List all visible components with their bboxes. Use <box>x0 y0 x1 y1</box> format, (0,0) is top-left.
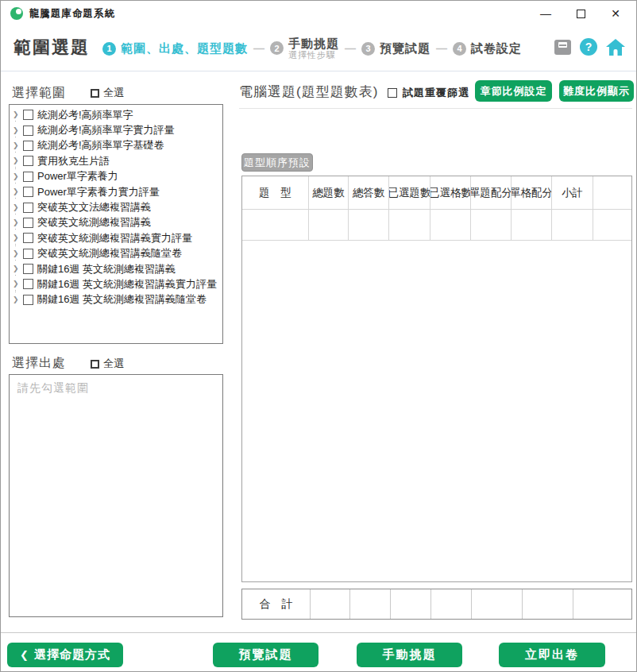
item-checkbox[interactable] <box>23 233 33 243</box>
chevron-right-icon[interactable]: ❯ <box>13 296 23 303</box>
home-icon[interactable] <box>606 39 625 56</box>
tree-item-label: 關鍵16週 英文統測總複習講義隨堂卷 <box>37 292 207 307</box>
chevron-right-icon[interactable]: ❯ <box>13 111 23 118</box>
maximize-button[interactable] <box>563 1 598 26</box>
type-order-tag[interactable]: 題型順序預設 <box>241 153 313 172</box>
tree-item-label: 突破英文統測總複習講義實力評量 <box>37 231 192 245</box>
tree-item[interactable]: ❯突破英文統測總複習講義隨堂卷 <box>10 246 222 261</box>
step-2-number-icon: 2 <box>270 41 284 55</box>
tree-item[interactable]: ❯統測必考!高頻率單字 <box>10 107 222 122</box>
bottom-bar: ❮ 選擇命題方式 預覽試題 手動挑題 立即出卷 <box>1 632 636 671</box>
step-1-label: 範圍、出處、題型題數 <box>121 41 248 55</box>
tree-item-label: 突破英文統測總複習講義隨堂卷 <box>37 246 182 261</box>
tree-item-label: Power單字素養力實力評量 <box>37 185 160 199</box>
tree-item-label: 統測必考!高頻率單字基礎卷 <box>37 138 164 153</box>
chevron-right-icon[interactable]: ❯ <box>13 204 23 211</box>
tree-item-label: 關鍵16週 英文統測總複習講義實力評量 <box>37 277 217 292</box>
step-2-sublabel: 選擇性步驟 <box>288 50 339 60</box>
title-bar: 龍騰題庫命題系統 — ✕ <box>1 1 636 26</box>
step-1-range[interactable]: 1 範圍、出處、題型題數 <box>102 41 248 55</box>
chevron-right-icon[interactable]: ❯ <box>13 173 23 180</box>
maximize-icon <box>577 10 585 18</box>
tree-item[interactable]: ❯關鍵16週 英文統測總複習講義實力評量 <box>10 276 222 292</box>
tree-item-label: 關鍵16週 英文統測總複習講義 <box>37 262 176 276</box>
total-cell <box>391 589 431 619</box>
header-cell: 已選格數 <box>430 176 471 210</box>
chevron-right-icon[interactable]: ❯ <box>13 234 23 241</box>
chevron-right-icon[interactable]: ❯ <box>13 188 23 195</box>
item-checkbox[interactable] <box>23 249 33 259</box>
chevron-right-icon[interactable]: ❯ <box>13 157 23 164</box>
step-2-manual-pick[interactable]: 2 手動挑題 選擇性步驟 <box>270 37 339 60</box>
generate-paper-button[interactable]: 立即出卷 <box>499 643 605 667</box>
source-placeholder: 請先勾選範圍 <box>10 375 222 396</box>
preview-questions-button[interactable]: 預覽試題 <box>213 643 318 667</box>
tree-item[interactable]: ❯統測必考!高頻率單字基礎卷 <box>10 138 222 153</box>
chevron-right-icon[interactable]: ❯ <box>13 265 23 272</box>
close-button[interactable]: ✕ <box>598 1 633 26</box>
item-checkbox[interactable] <box>23 126 33 136</box>
window-controls: — ✕ <box>528 1 633 26</box>
item-checkbox[interactable] <box>23 110 33 120</box>
minimize-button[interactable]: — <box>528 1 563 26</box>
chevron-right-icon[interactable]: ❯ <box>13 250 23 257</box>
tree-item[interactable]: ❯關鍵16週 英文統測總複習講義 <box>10 261 222 276</box>
chevron-right-icon[interactable]: ❯ <box>13 127 23 134</box>
tree-item[interactable]: ❯統測必考!高頻率單字實力評量 <box>10 122 222 137</box>
total-row: 合 計 <box>241 589 632 620</box>
duplicate-filter[interactable]: 試題重覆篩選 <box>388 86 469 100</box>
header-cell: 單格配分 <box>512 176 552 210</box>
item-checkbox[interactable] <box>23 218 33 228</box>
item-checkbox[interactable] <box>23 187 33 197</box>
header-cell: 總答數 <box>349 176 389 210</box>
table-cell <box>242 210 309 241</box>
chevron-right-icon[interactable]: ❯ <box>13 280 23 288</box>
item-checkbox[interactable] <box>23 156 33 166</box>
duplicate-filter-label: 試題重覆篩選 <box>403 86 469 100</box>
total-label: 合 計 <box>242 589 311 619</box>
range-tree: ❯統測必考!高頻率單字 ❯統測必考!高頻率單字實力評量 ❯統測必考!高頻率單字基… <box>9 104 223 344</box>
back-to-method-button[interactable]: ❮ 選擇命題方式 <box>7 643 123 667</box>
difficulty-ratio-button[interactable]: 難度比例顯示 <box>559 80 634 102</box>
tree-item[interactable]: ❯實用狄克生片語 <box>10 153 222 168</box>
question-type-table: 題 型 總題數 總答數 已選題數 已選格數 單題配分 單格配分 小計 <box>241 176 632 582</box>
manual-pick-button[interactable]: 手動挑題 <box>357 643 462 667</box>
item-checkbox[interactable] <box>23 264 33 274</box>
item-checkbox[interactable] <box>23 295 33 305</box>
chapter-ratio-button[interactable]: 章節比例設定 <box>475 80 552 102</box>
tree-item[interactable]: ❯突破英文統測總複習講義 <box>10 215 222 230</box>
tree-item[interactable]: ❯Power單字素養力實力評量 <box>10 184 222 199</box>
tree-item[interactable]: ❯Power單字素養力 <box>10 169 222 184</box>
chevron-left-icon: ❮ <box>20 649 29 661</box>
source-select-all[interactable]: 全選 <box>91 357 124 371</box>
step-4-paper-settings[interactable]: 4 試卷設定 <box>453 41 522 55</box>
tree-item[interactable]: ❯突破英文文法總複習講義 <box>10 199 222 214</box>
source-panel-title: 選擇出處 <box>12 355 66 372</box>
step-separator: — <box>436 42 447 55</box>
header-cell: 題 型 <box>242 176 309 210</box>
range-select-all-checkbox[interactable] <box>91 89 99 98</box>
help-icon[interactable]: ? <box>580 38 597 56</box>
step-separator: — <box>253 42 264 55</box>
range-select-all[interactable]: 全選 <box>91 86 124 100</box>
total-cell <box>350 589 391 619</box>
tree-item-label: 實用狄克生片語 <box>37 154 110 168</box>
step-1-number-icon: 1 <box>102 42 116 56</box>
tree-item[interactable]: ❯突破英文統測總複習講義實力評量 <box>10 230 222 245</box>
item-checkbox[interactable] <box>23 279 33 289</box>
table-header-row: 題 型 總題數 總答數 已選題數 已選格數 單題配分 單格配分 小計 <box>242 176 631 210</box>
save-icon[interactable] <box>554 40 571 55</box>
chevron-right-icon[interactable]: ❯ <box>13 142 23 149</box>
step-4-number-icon: 4 <box>453 42 466 56</box>
item-checkbox[interactable] <box>23 141 33 151</box>
duplicate-filter-checkbox[interactable] <box>388 88 397 98</box>
item-checkbox[interactable] <box>23 172 33 182</box>
source-select-all-checkbox[interactable] <box>91 360 99 369</box>
table-cell <box>349 210 389 241</box>
app-logo-icon <box>10 7 23 20</box>
step-3-preview[interactable]: 3 預覽試題 <box>361 41 430 55</box>
nav-action-icons: ? <box>554 38 625 56</box>
tree-item[interactable]: ❯關鍵16週 英文統測總複習講義隨堂卷 <box>10 292 222 307</box>
item-checkbox[interactable] <box>23 203 33 213</box>
chevron-right-icon[interactable]: ❯ <box>13 219 23 226</box>
